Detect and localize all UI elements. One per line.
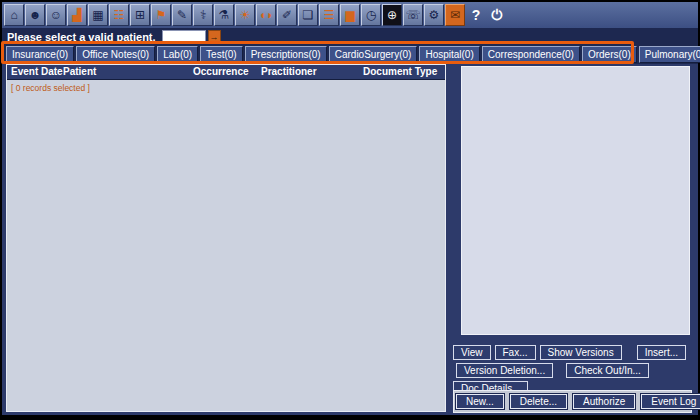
pills-button[interactable]: ◖◗	[256, 4, 276, 26]
document-button[interactable]: ❏	[298, 4, 318, 26]
mail-button[interactable]: ✉	[445, 4, 465, 26]
tab-cardiosurgery-0[interactable]: CardioSurgery(0)	[329, 46, 418, 63]
gear-icon: ⚙	[429, 6, 440, 25]
delete-button[interactable]: Delete...	[510, 394, 567, 409]
bar-chart-button[interactable]: ▟	[67, 4, 87, 26]
fax-button[interactable]: ☏	[403, 4, 423, 26]
patient-go-button[interactable]: →	[208, 30, 221, 43]
new-button[interactable]: New...	[456, 394, 504, 409]
alert-sun-button[interactable]: ☀	[235, 4, 255, 26]
tab-insurance-0[interactable]: Insurance(0)	[6, 46, 74, 63]
check-out-in-button[interactable]: Check Out/In...	[566, 363, 649, 378]
tab-correspondence-0[interactable]: Correspondence(0)	[482, 46, 580, 63]
calendar-button[interactable]: ⊞	[130, 4, 150, 26]
fax-button[interactable]: Fax...	[495, 345, 536, 360]
column-header-event-date[interactable]: Event Date	[11, 66, 63, 77]
bottom-action-bar: New...Delete...AuthorizeEvent Log	[453, 390, 692, 413]
app-window: ⌂☻☺▟▦☷⊞⚑✎⚕⚗☀◖◗✐❏☰▆◷⊕☏⚙✉?⏻ Please select …	[0, 0, 700, 420]
fax-icon: ☏	[405, 6, 420, 25]
folder-tray-icon: ▆	[345, 6, 354, 25]
action-row-1: ViewFax...Show VersionsInsert...	[453, 345, 695, 360]
document-list-button[interactable]: ☰	[319, 4, 339, 26]
records-selected-status: [ 0 records selected ]	[7, 80, 445, 93]
schedule-board-icon: ▦	[92, 6, 103, 25]
tab-hospital-0[interactable]: Hospital(0)	[419, 46, 479, 63]
syringe-icon: ✐	[282, 6, 292, 25]
version-deletion-button[interactable]: Version Deletion...	[456, 363, 553, 378]
column-header-document-type[interactable]: Document Type	[363, 66, 437, 77]
tab-pulmonary-0[interactable]: Pulmonary(0)	[639, 46, 700, 63]
event-log-button[interactable]: Event Log	[641, 394, 700, 409]
arrow-right-icon: →	[210, 32, 219, 42]
flag-button[interactable]: ⚑	[151, 4, 171, 26]
home-button[interactable]: ⌂	[4, 4, 24, 26]
help-button[interactable]: ?	[466, 4, 486, 26]
tab-test-0[interactable]: Test(0)	[200, 46, 243, 63]
show-versions-button[interactable]: Show Versions	[540, 345, 622, 360]
stethoscope-button[interactable]: ⚕	[193, 4, 213, 26]
column-header-occurrence[interactable]: Occurrence	[193, 66, 249, 77]
cart-button[interactable]: ☷	[109, 4, 129, 26]
patient-button[interactable]: ☻	[25, 4, 45, 26]
lab-flask-icon: ⚗	[219, 6, 230, 25]
insert-button[interactable]: Insert...	[637, 345, 686, 360]
power-icon: ⏻	[491, 6, 502, 25]
stethoscope-icon: ⚕	[200, 6, 207, 25]
notes-clipboard-button[interactable]: ✎	[172, 4, 192, 26]
toolbar: ⌂☻☺▟▦☷⊞⚑✎⚕⚗☀◖◗✐❏☰▆◷⊕☏⚙✉?⏻	[2, 2, 698, 28]
home-icon: ⌂	[10, 6, 17, 25]
flag-icon: ⚑	[156, 6, 167, 25]
table-header: Event DatePatientOccurrencePractitionerD…	[7, 65, 445, 80]
patient-icon: ☻	[29, 6, 42, 25]
tab-orders-0[interactable]: Orders(0)	[582, 46, 637, 63]
help-icon: ?	[472, 6, 481, 25]
alert-sun-icon: ☀	[240, 6, 251, 25]
tab-office-notes-0[interactable]: Office Notes(0)	[76, 46, 155, 63]
document-list-icon: ☰	[324, 6, 335, 25]
folder-tray-button[interactable]: ▆	[340, 4, 360, 26]
patient-prompt-label: Please select a valid patient.	[7, 31, 156, 43]
clock-button[interactable]: ◷	[361, 4, 381, 26]
user-button[interactable]: ☺	[46, 4, 66, 26]
patient-search-input[interactable]	[162, 30, 206, 43]
globe-button[interactable]: ⊕	[382, 4, 402, 26]
tab-strip: Insurance(0)Office Notes(0)Lab(0)Test(0)…	[2, 43, 698, 64]
document-icon: ❏	[303, 6, 314, 25]
column-header-practitioner[interactable]: Practitioner	[261, 66, 317, 77]
lab-flask-button[interactable]: ⚗	[214, 4, 234, 26]
action-row-2: Version Deletion...Check Out/In...	[453, 363, 695, 378]
tab-prescriptions-0[interactable]: Prescriptions(0)	[245, 46, 327, 63]
authorize-button[interactable]: Authorize	[573, 394, 635, 409]
column-header-patient[interactable]: Patient	[63, 66, 96, 77]
power-button[interactable]: ⏻	[487, 4, 507, 26]
document-preview-pane	[461, 66, 690, 335]
globe-icon: ⊕	[387, 6, 397, 25]
cart-icon: ☷	[114, 6, 125, 25]
syringe-button[interactable]: ✐	[277, 4, 297, 26]
clock-icon: ◷	[366, 6, 376, 25]
tab-lab-0[interactable]: Lab(0)	[157, 46, 198, 63]
documents-table: Event DatePatientOccurrencePractitionerD…	[6, 64, 446, 412]
bar-chart-icon: ▟	[72, 6, 81, 25]
mail-icon: ✉	[450, 6, 460, 25]
view-button[interactable]: View	[453, 345, 491, 360]
schedule-board-button[interactable]: ▦	[88, 4, 108, 26]
calendar-icon: ⊞	[135, 6, 145, 25]
user-icon: ☺	[50, 6, 62, 25]
pills-icon: ◖◗	[259, 6, 274, 25]
notes-clipboard-icon: ✎	[177, 6, 187, 25]
gear-button[interactable]: ⚙	[424, 4, 444, 26]
